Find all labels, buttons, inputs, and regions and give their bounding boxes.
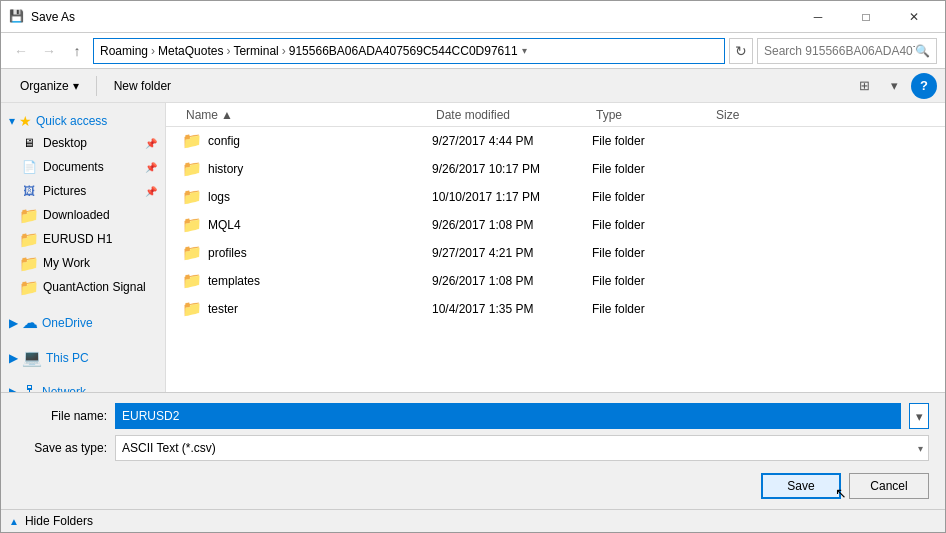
- pin-icon-desktop: 📌: [145, 138, 157, 149]
- file-name-profiles: profiles: [208, 246, 247, 260]
- new-folder-label: New folder: [114, 79, 171, 93]
- file-type-templates: File folder: [592, 274, 712, 288]
- file-list: Name ▲ Date modified Type Size 📁 con: [166, 103, 945, 392]
- file-type-tester: File folder: [592, 302, 712, 316]
- sidebar: ▾ ★ Quick access 🖥 Desktop 📌 📄 Documents…: [1, 103, 166, 392]
- pin-icon-documents: 📌: [145, 162, 157, 173]
- organize-chevron: ▾: [73, 79, 79, 93]
- hide-folders-chevron: ▲: [9, 516, 19, 527]
- file-row-tester[interactable]: 📁 tester 10/4/2017 1:35 PM File folder: [166, 295, 945, 323]
- file-type-logs: File folder: [592, 190, 712, 204]
- path-item-id: 915566BA06ADA407569C544CC0D97611: [289, 44, 518, 58]
- quick-access-section[interactable]: ▾ ★ Quick access: [1, 107, 165, 131]
- help-button[interactable]: ?: [911, 73, 937, 99]
- filename-label: File name:: [17, 409, 107, 423]
- sidebar-item-eurusd[interactable]: 📁 EURUSD H1: [1, 227, 165, 251]
- quick-access-star-icon: ★: [19, 113, 32, 129]
- save-button[interactable]: Save: [761, 473, 841, 499]
- col-name-sort: ▲: [221, 108, 233, 122]
- sidebar-item-downloaded[interactable]: 📁 Downloaded: [1, 203, 165, 227]
- file-name-templates: templates: [208, 274, 260, 288]
- toolbar: Organize ▾ New folder ⊞ ▾ ?: [1, 69, 945, 103]
- file-row-mql4[interactable]: 📁 MQL4 9/26/2017 1:08 PM File folder: [166, 211, 945, 239]
- organize-button[interactable]: Organize ▾: [9, 73, 90, 99]
- forward-button[interactable]: →: [37, 39, 61, 63]
- onedrive-chevron: ▶: [9, 316, 18, 330]
- thispc-section[interactable]: ▶ 💻 This PC: [1, 342, 165, 369]
- file-date-templates: 9/26/2017 1:08 PM: [432, 274, 592, 288]
- maximize-button[interactable]: □: [843, 1, 889, 33]
- savetype-select[interactable]: ASCII Text (*.csv): [115, 435, 929, 461]
- folder-icon-config: 📁: [182, 131, 202, 150]
- bottom-fields: File name: ▾ Save as type: ASCII Text (*…: [1, 393, 945, 467]
- filename-dropdown[interactable]: ▾: [909, 403, 929, 429]
- back-button[interactable]: ←: [9, 39, 33, 63]
- file-row-logs[interactable]: 📁 logs 10/10/2017 1:17 PM File folder: [166, 183, 945, 211]
- search-input[interactable]: [764, 44, 915, 58]
- file-date-logs: 10/10/2017 1:17 PM: [432, 190, 592, 204]
- view-button[interactable]: ⊞: [851, 73, 877, 99]
- folder-icon-history: 📁: [182, 159, 202, 178]
- main-area: ▾ ★ Quick access 🖥 Desktop 📌 📄 Documents…: [1, 103, 945, 392]
- bottom-area: File name: ▾ Save as type: ASCII Text (*…: [1, 392, 945, 532]
- hide-folders-row[interactable]: ▲ Hide Folders: [1, 509, 945, 532]
- sidebar-divider-3: [1, 369, 165, 377]
- sidebar-item-quantaction[interactable]: 📁 QuantAction Signal: [1, 275, 165, 299]
- file-name-tester: tester: [208, 302, 238, 316]
- file-type-mql4: File folder: [592, 218, 712, 232]
- sidebar-item-pictures[interactable]: 🖼 Pictures 📌: [1, 179, 165, 203]
- filename-input[interactable]: [115, 403, 901, 429]
- savetype-select-wrapper[interactable]: ASCII Text (*.csv) ▾: [115, 435, 929, 461]
- view-icon: ⊞: [859, 78, 870, 93]
- thispc-label: This PC: [46, 351, 89, 365]
- quantaction-label: QuantAction Signal: [43, 280, 146, 294]
- up-button[interactable]: ↑: [65, 39, 89, 63]
- new-folder-button[interactable]: New folder: [103, 73, 182, 99]
- mywork-icon: 📁: [21, 255, 37, 271]
- title-bar: 💾 Save As ─ □ ✕: [1, 1, 945, 33]
- col-header-size[interactable]: Size: [712, 103, 792, 126]
- hide-folders-label: Hide Folders: [25, 514, 93, 528]
- folder-icon-profiles: 📁: [182, 243, 202, 262]
- file-row-config[interactable]: 📁 config 9/27/2017 4:44 PM File folder: [166, 127, 945, 155]
- title-bar-controls: ─ □ ✕: [795, 1, 937, 33]
- minimize-button[interactable]: ─: [795, 1, 841, 33]
- file-row-profiles[interactable]: 📁 profiles 9/27/2017 4:21 PM File folder: [166, 239, 945, 267]
- onedrive-label: OneDrive: [42, 316, 93, 330]
- filename-row: File name: ▾: [17, 403, 929, 429]
- file-type-config: File folder: [592, 134, 712, 148]
- toolbar-right: ⊞ ▾ ?: [851, 73, 937, 99]
- col-header-type[interactable]: Type: [592, 103, 712, 126]
- onedrive-icon: ☁: [22, 313, 38, 332]
- pictures-label: Pictures: [43, 184, 86, 198]
- view-dropdown-button[interactable]: ▾: [881, 73, 907, 99]
- desktop-label: Desktop: [43, 136, 87, 150]
- quantaction-icon: 📁: [21, 279, 37, 295]
- organize-label: Organize: [20, 79, 69, 93]
- address-path[interactable]: Roaming› MetaQuotes› Terminal› 915566BA0…: [93, 38, 725, 64]
- sidebar-item-documents[interactable]: 📄 Documents 📌: [1, 155, 165, 179]
- cancel-button[interactable]: Cancel: [849, 473, 929, 499]
- address-path-chevron: ▾: [522, 45, 527, 56]
- col-header-date[interactable]: Date modified: [432, 103, 592, 126]
- file-type-profiles: File folder: [592, 246, 712, 260]
- search-box[interactable]: 🔍: [757, 38, 937, 64]
- quick-access-label: Quick access: [36, 114, 107, 128]
- col-header-name[interactable]: Name ▲: [182, 103, 432, 126]
- file-row-templates[interactable]: 📁 templates 9/26/2017 1:08 PM File folde…: [166, 267, 945, 295]
- file-row-history[interactable]: 📁 history 9/26/2017 10:17 PM File folder: [166, 155, 945, 183]
- thispc-icon: 💻: [22, 348, 42, 367]
- downloaded-label: Downloaded: [43, 208, 110, 222]
- path-item-metaquotes: MetaQuotes›: [158, 44, 233, 58]
- documents-icon: 📄: [21, 159, 37, 175]
- network-label: Network: [42, 385, 86, 392]
- address-bar: ← → ↑ Roaming› MetaQuotes› Terminal› 915…: [1, 33, 945, 69]
- sidebar-item-mywork[interactable]: 📁 My Work: [1, 251, 165, 275]
- folder-icon-templates: 📁: [182, 271, 202, 290]
- sidebar-item-desktop[interactable]: 🖥 Desktop 📌: [1, 131, 165, 155]
- network-section[interactable]: ▶ 🖧 Network: [1, 377, 165, 392]
- file-date-tester: 10/4/2017 1:35 PM: [432, 302, 592, 316]
- onedrive-section[interactable]: ▶ ☁ OneDrive: [1, 307, 165, 334]
- close-button[interactable]: ✕: [891, 1, 937, 33]
- refresh-button[interactable]: ↻: [729, 38, 753, 64]
